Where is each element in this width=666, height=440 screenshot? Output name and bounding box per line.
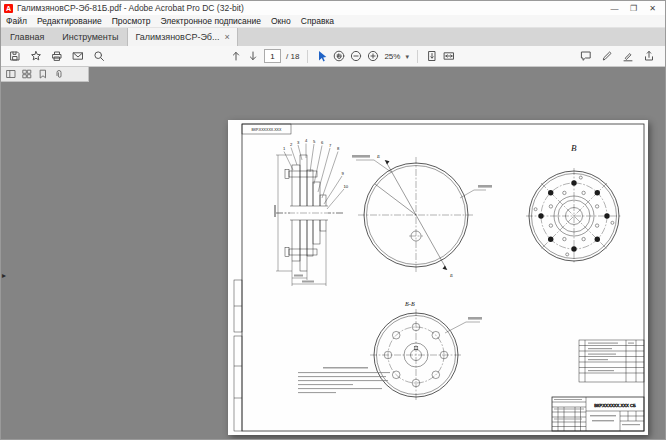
side-panel-icon[interactable] [6,69,16,79]
title-bar: A ГалимзяновСР-Эб-81Б.pdf - Adobe Acroba… [1,1,665,15]
toolbar-divider [307,50,308,63]
window-title: ГалимзяновСР-Эб-81Б.pdf - Adobe Acrobat … [17,3,244,13]
technical-requirements-text [298,367,390,393]
comment-tool-button[interactable] [580,50,592,62]
attachments-icon[interactable] [54,69,64,79]
expand-panel-arrow[interactable]: ▸ [2,271,6,280]
fit-width-button[interactable] [443,50,455,62]
highlighter-button[interactable] [622,50,634,62]
title-block-designation: ВКР.ХХХХХХ.ХХХ СБ [594,403,636,408]
share-button[interactable] [643,50,655,62]
page-thumbnails-icon[interactable] [22,69,32,79]
toolbar-center-group: 1 / 18 25% ▾ [230,49,455,63]
print-button[interactable] [51,50,63,62]
tab-bar: Главная Инструменты ГалимзяновСР-Эб... × [1,28,665,46]
zoom-in-button[interactable] [367,50,379,62]
fill-sign-pencil-button[interactable] [601,50,613,62]
svg-text:7: 7 [329,143,332,148]
zoom-level-value[interactable]: 25% [384,52,400,61]
page-number-input[interactable]: 1 [264,49,281,63]
main-toolbar: 1 / 18 25% ▾ [1,46,665,67]
svg-text:6: 6 [321,140,324,145]
tab-document-label: ГалимзяновСР-Эб... [135,32,219,42]
document-canvas[interactable]: ▸ ВКР.ХХХХХХ.ХХХ [1,67,665,439]
view-b-label: В [571,143,577,153]
bookmarks-icon[interactable] [38,69,48,79]
close-button[interactable]: ✕ [643,4,662,13]
maximize-button[interactable]: ❐ [624,4,643,13]
search-icon[interactable] [93,50,105,62]
parts-table [579,340,644,382]
front-view: Б Б [352,154,492,278]
mail-button[interactable] [72,50,84,62]
section-bb-view: Б-Б [370,300,482,401]
menu-window[interactable]: Окно [266,16,296,26]
zoom-out-button[interactable] [350,50,362,62]
tab-home[interactable]: Главная [1,28,53,46]
acrobat-logo-icon: A [4,4,13,13]
menu-help[interactable]: Справка [296,16,339,26]
hand-tool-button[interactable] [333,50,345,62]
svg-text:8: 8 [337,146,340,151]
menu-esign[interactable]: Электронное подписание [156,16,266,26]
svg-text:1: 1 [283,146,286,151]
next-page-button[interactable] [247,50,259,62]
view-b: В [526,143,622,264]
previous-page-button[interactable] [230,50,242,62]
scroll-mode-button[interactable] [426,50,438,62]
minimize-button[interactable]: — [605,4,624,13]
sheet-frame: ВКР.ХХХХХХ.ХХХ [234,124,644,431]
star-icon[interactable] [30,50,42,62]
pdf-page[interactable]: ВКР.ХХХХХХ.ХХХ [228,120,648,435]
toolbar-divider [417,50,418,63]
page-count-label: / 18 [286,52,299,61]
tab-close-icon[interactable]: × [225,32,230,42]
svg-text:9: 9 [342,171,345,176]
toolbar-left-group [1,50,105,62]
svg-text:2: 2 [290,142,293,147]
menu-bar: Файл Редактирование Просмотр Электронное… [1,15,665,28]
svg-text:Б: Б [449,273,453,278]
tab-document[interactable]: ГалимзяновСР-Эб... × [127,28,237,46]
tab-tools[interactable]: Инструменты [53,28,127,46]
title-block: ВКР.ХХХХХХ.ХХХ СБ [552,397,644,431]
menu-file[interactable]: Файл [1,16,32,26]
save-button[interactable] [9,50,21,62]
corner-stamp-designation: ВКР.ХХХХХХ.ХХХ [252,128,282,132]
navigation-panel-buttons [1,67,89,82]
menu-view[interactable]: Просмотр [107,16,156,26]
svg-text:4: 4 [305,138,308,143]
menu-edit[interactable]: Редактирование [32,16,107,26]
svg-text:5: 5 [313,139,316,144]
select-tool-button[interactable] [316,50,328,62]
toolbar-right-group [580,50,665,62]
svg-text:3: 3 [297,140,300,145]
chevron-down-icon[interactable]: ▾ [405,53,409,60]
section-view-assembly: 1 2 3 4 5 6 7 8 9 10 [274,138,349,286]
svg-text:10: 10 [344,184,349,189]
svg-text:Б: Б [376,154,380,159]
acrobat-window: A ГалимзяновСР-Эб-81Б.pdf - Adobe Acroba… [0,0,666,440]
section-bb-label: Б-Б [404,300,415,307]
window-controls: — ❐ ✕ [605,4,662,13]
engineering-drawing: ВКР.ХХХХХХ.ХХХ [228,120,648,435]
